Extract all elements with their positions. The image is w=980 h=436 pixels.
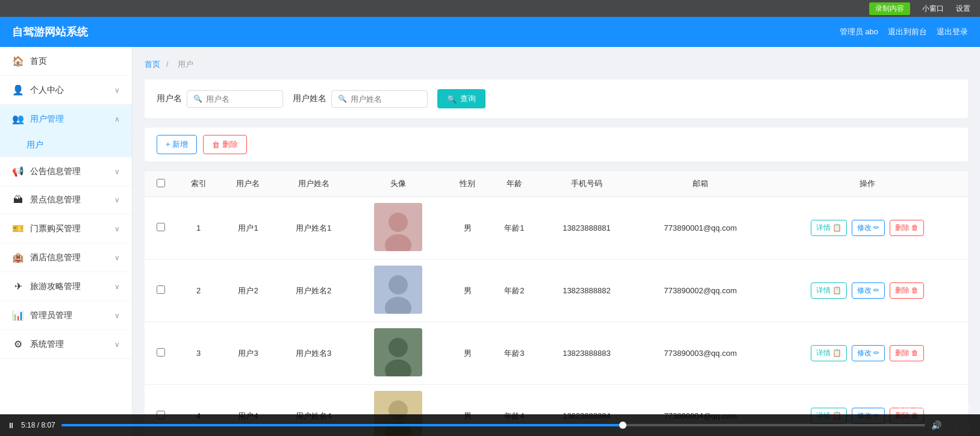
travel-icon: ✈ [12,281,24,292]
search-icon: 🔍 [338,95,347,103]
sidebar-item-sys-mgmt[interactable]: ⚙ 系统管理 ∨ [0,330,132,359]
username-label: 用户名 [157,93,182,104]
add-button[interactable]: + 新增 [157,135,197,154]
detail-button[interactable]: 详情 📋 [811,345,847,361]
username-input[interactable] [206,95,278,104]
edit-button[interactable]: 修改 ✏ [852,345,885,361]
gear-icon: ⚙ [12,338,24,350]
chevron-down-icon: ∨ [114,86,120,95]
pause-button[interactable]: ⏸ [7,421,15,430]
delete-row-button[interactable]: 删除 🗑 [890,282,924,299]
video-progress-fill [61,424,623,426]
chevron-up-icon: ∧ [114,115,120,123]
delete-btn-label: 删除 [222,139,238,150]
breadcrumb-current: 用户 [178,60,193,69]
table-header-row: 索引 用户名 用户姓名 头像 性别 年龄 手机号码 邮箱 操作 [145,171,968,197]
more-options-icon[interactable]: ⋮ [964,420,973,430]
col-fullname: 用户姓名 [276,171,351,197]
scenic-icon: 🏔 [12,195,24,205]
volume-icon[interactable]: 🔊 [931,420,941,430]
chevron-down-icon: ∨ [114,225,120,233]
frontend-link[interactable]: 退出到前台 [888,26,927,37]
delete-row-button[interactable]: 删除 🗑 [890,345,924,361]
recording-btn[interactable]: 录制内容 [869,2,910,15]
chevron-down-icon: ∨ [114,254,120,262]
video-progress-bar[interactable] [61,424,925,426]
sidebar-item-travel-mgmt[interactable]: ✈ 旅游攻略管理 ∨ [0,272,132,301]
current-time: 5:18 [21,421,35,429]
admin-icon: 📊 [12,310,24,321]
row-index: 1 [176,197,220,260]
admin-text: 管理员 abo [840,26,878,37]
main-content: 首页 / 用户 用户名 🔍 用户姓名 🔍 🔍 查 [133,47,980,436]
video-time: 5:18 / 8:07 [21,421,55,429]
row-gender: 男 [446,197,489,260]
user-table-wrapper: 索引 用户名 用户姓名 头像 性别 年龄 手机号码 邮箱 操作 1 用户1 [145,171,968,436]
row-select-checkbox[interactable] [157,223,165,231]
search-btn-icon: 🔍 [447,95,457,104]
video-watermark: CSDN_@001795806396 [890,403,970,412]
row-username: 用户3 [220,322,276,385]
search-btn-label: 查询 [460,93,476,104]
sidebar-item-user-mgmt[interactable]: 👥 用户管理 ∧ [0,105,132,134]
row-actions: 详情 📋 修改 ✏ 删除 🗑 [767,260,968,322]
chevron-down-icon: ∨ [114,282,120,291]
row-email: 773890002@qq.com [634,260,767,322]
notice-icon: 📢 [12,166,24,177]
search-button[interactable]: 🔍 查询 [437,89,485,108]
delete-row-button[interactable]: 删除 🗑 [890,220,924,236]
col-gender: 性别 [446,171,489,197]
row-select-checkbox[interactable] [157,348,165,357]
fullscreen-icon[interactable]: ⛶ [949,420,957,430]
person-icon: 👤 [12,84,24,96]
app-title: 自驾游网站系统 [12,25,88,39]
delete-button[interactable]: 🗑 删除 [203,135,247,154]
sidebar-item-home[interactable]: 🏠 首页 [0,47,132,76]
chevron-down-icon: ∨ [114,196,120,204]
row-select-checkbox[interactable] [157,285,165,294]
logout-link[interactable]: 退出登录 [937,26,968,37]
total-time: 8:07 [41,421,55,429]
col-avatar: 头像 [351,171,446,197]
breadcrumb-home[interactable]: 首页 [145,60,160,69]
row-fullname: 用户姓名3 [276,322,351,385]
fullname-input[interactable] [351,95,423,104]
table-row: 2 用户2 用户姓名2 男 年龄2 13823888882 773890002@… [145,260,968,322]
row-fullname: 用户姓名2 [276,260,351,322]
row-phone: 13823888883 [540,322,634,385]
sidebar-item-notice-mgmt[interactable]: 📢 公告信息管理 ∨ [0,157,132,186]
col-email: 邮箱 [634,171,767,197]
username-input-wrapper: 🔍 [187,90,283,108]
sidebar-item-label: 酒店信息管理 [30,252,81,263]
users-icon: 👥 [12,113,24,125]
breadcrumb: 首页 / 用户 [145,59,968,70]
select-all-checkbox[interactable] [157,179,165,187]
edit-button[interactable]: 修改 ✏ [852,282,885,299]
video-top-bar: 录制内容 小窗口 设置 [0,0,980,17]
sidebar-item-label: 个人中心 [30,85,64,96]
row-index: 2 [176,260,220,322]
sidebar-item-label: 管理员管理 [30,310,72,321]
settings-link[interactable]: 设置 [956,4,970,14]
detail-button[interactable]: 详情 📋 [811,282,847,299]
sidebar-item-ticket-mgmt[interactable]: 🎫 门票购买管理 ∨ [0,214,132,243]
sidebar-item-scenic-mgmt[interactable]: 🏔 景点信息管理 ∨ [0,186,132,214]
mini-window-link[interactable]: 小窗口 [922,4,944,14]
svg-point-7 [389,338,408,357]
sidebar-item-user[interactable]: 用户 [0,134,132,157]
sidebar-item-label: 系统管理 [30,339,64,350]
row-age: 年龄2 [489,260,540,322]
sidebar-sub-label: 用户 [27,140,43,149]
row-fullname: 用户姓名1 [276,197,351,260]
row-age: 年龄3 [489,322,540,385]
sidebar-item-admin-mgmt[interactable]: 📊 管理员管理 ∨ [0,301,132,330]
top-bar-right: 管理员 abo 退出到前台 退出登录 [840,26,968,37]
edit-button[interactable]: 修改 ✏ [852,220,885,236]
chevron-down-icon: ∨ [114,167,120,176]
sidebar-item-hotel-mgmt[interactable]: 🏨 酒店信息管理 ∨ [0,243,132,272]
detail-button[interactable]: 详情 📋 [811,220,847,236]
row-actions: 详情 📋 修改 ✏ 删除 🗑 [767,197,968,260]
fullname-label: 用户姓名 [293,93,326,104]
sidebar-item-personal[interactable]: 👤 个人中心 ∨ [0,76,132,105]
col-actions: 操作 [767,171,968,197]
